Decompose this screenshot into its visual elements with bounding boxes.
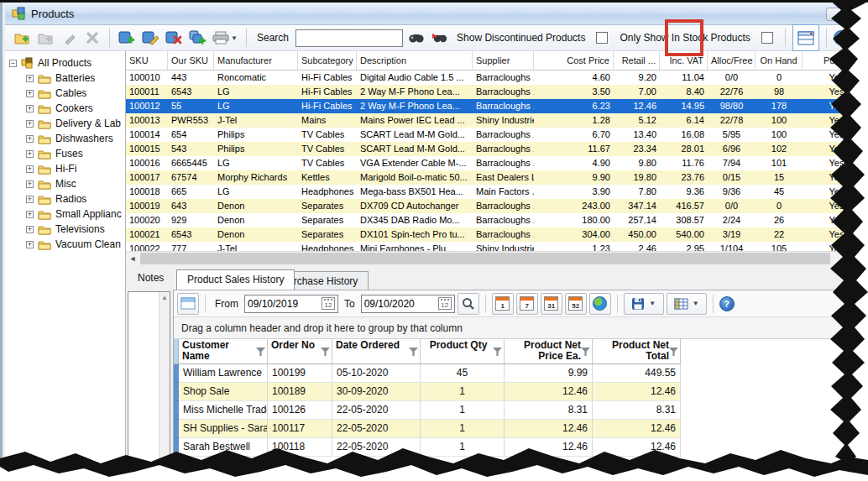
calendar-picker-icon[interactable]: 12 [322, 297, 335, 310]
sales-row-100118[interactable]: Sarah Bestwell10011822-05-2020112.4612.4… [174, 438, 868, 457]
only-in-stock-checkbox[interactable] [761, 32, 773, 44]
column-header-product-net-total[interactable]: Product Net Total [593, 339, 681, 363]
quick-range-7-button[interactable]: 7 [516, 293, 538, 315]
product-row-100014[interactable]: 100014654PhilipsTV CablesSCART Lead M-M … [126, 128, 868, 142]
horizontal-scrollbar[interactable]: ◄ [126, 251, 868, 264]
scrollbar-up-arrow[interactable]: ▲ [159, 292, 170, 304]
tab-product-sales-history[interactable]: Product Sales History [176, 269, 295, 290]
window-control-button[interactable] [826, 8, 850, 21]
tree-item-dishwashers[interactable]: +Dishwashers [5, 131, 125, 146]
expand-expander-icon[interactable]: + [26, 90, 34, 97]
product-row-100013[interactable]: 100013PWR553J-TelMainsMains Power IEC Le… [126, 113, 868, 128]
notes-scrollbar[interactable]: ▲ [159, 292, 170, 480]
column-header-manufacturer[interactable]: Manufacturer [214, 51, 298, 70]
help-icon[interactable]: ? [719, 296, 735, 311]
save-split-button[interactable]: ▼ [624, 293, 664, 315]
column-header-description[interactable]: Description [357, 51, 473, 70]
tree-item-small-applianc[interactable]: +Small Applianc [5, 207, 125, 222]
expand-expander-icon[interactable]: + [26, 165, 34, 173]
expand-expander-icon[interactable]: + [26, 135, 34, 143]
product-row-100022[interactable]: 100022777J-TelHeadphonesMini Earphones -… [126, 242, 868, 251]
column-header-date-ordered[interactable]: Date Ordered [332, 339, 421, 363]
tree-item-fuses[interactable]: +Fuses [5, 146, 125, 161]
collapse-expander-icon[interactable]: − [9, 60, 17, 67]
tree-item-radios[interactable]: +Radios [5, 191, 125, 207]
product-row-100018[interactable]: 100018665LGHeadphonesMega-bass BX501 Hea… [126, 185, 868, 199]
product-row-100021[interactable]: 1000216543DenonSeparatesDX101 Spin-tech … [126, 227, 868, 242]
calendar-picker-icon[interactable]: 12 [438, 297, 452, 310]
column-header-order-no[interactable]: Order No [268, 339, 332, 363]
filter-funnel-icon[interactable] [321, 348, 330, 356]
print-button[interactable]: ▼ [211, 28, 239, 48]
edit-category-button-disabled[interactable] [59, 28, 79, 48]
column-header-customer-name[interactable]: Customer Name [179, 339, 268, 363]
filter-funnel-icon[interactable] [493, 348, 502, 356]
add-product-button[interactable] [117, 28, 137, 48]
quick-range-31-button[interactable]: 31 [541, 293, 562, 315]
group-by-bar[interactable]: Drag a column header and drop it here to… [174, 317, 868, 339]
product-row-100015[interactable]: 100015543PhilipsTV CablesSCART Lead M-M … [126, 142, 868, 156]
scrollbar-thumb[interactable] [140, 253, 830, 264]
to-date-field[interactable]: 09/10/2020 12 [361, 295, 455, 313]
filter-funnel-icon[interactable] [669, 348, 678, 356]
add-subcategory-button-disabled[interactable] [35, 28, 55, 48]
expand-expander-icon[interactable]: + [26, 180, 34, 188]
expand-expander-icon[interactable]: + [26, 196, 34, 203]
expand-expander-icon[interactable]: + [26, 75, 34, 82]
expand-expander-icon[interactable]: + [26, 226, 34, 233]
tree-item-misc[interactable]: +Misc [5, 176, 125, 191]
add-category-button[interactable] [12, 28, 32, 48]
expand-expander-icon[interactable]: + [26, 120, 34, 128]
expand-expander-icon[interactable]: + [26, 150, 34, 158]
scrollbar-left-arrow[interactable]: ◄ [126, 252, 139, 265]
product-row-100020[interactable]: 100020929DenonSeparatesDX345 DAB Radio M… [126, 213, 868, 227]
tree-item-hi-fi[interactable]: +Hi-Fi [5, 161, 125, 176]
toggle-panel-button[interactable] [177, 293, 199, 315]
web-report-button[interactable] [589, 293, 611, 315]
tree-item-cookers[interactable]: +Cookers [5, 101, 125, 116]
columns-split-button[interactable]: ▼ [667, 293, 707, 315]
expand-expander-icon[interactable]: + [26, 211, 34, 218]
copy-product-button[interactable] [187, 28, 207, 48]
tree-item-televisions[interactable]: +Televisions [5, 222, 125, 237]
print-dropdown-caret[interactable]: ▼ [231, 34, 238, 42]
show-discontinued-checkbox[interactable] [596, 32, 608, 44]
tree-item-delivery-lab[interactable]: +Delivery & Lab [5, 116, 125, 131]
notes-textarea[interactable]: ▲ [128, 291, 170, 481]
columns-dropdown-caret[interactable]: ▼ [693, 300, 699, 307]
delete-category-button-disabled[interactable] [82, 28, 102, 48]
notes-panel-caption[interactable]: Notes [138, 272, 164, 284]
expand-expander-icon[interactable]: + [26, 241, 34, 248]
column-header-alloc-free[interactable]: Alloc/Free [708, 51, 756, 70]
column-header-product-net-price-ea-[interactable]: Product Net Price Ea. [505, 339, 593, 363]
delete-product-button[interactable] [164, 28, 184, 48]
product-row-100016[interactable]: 1000166665445LGTV CablesVGA Extender Cab… [126, 156, 868, 170]
column-header-publis[interactable]: Publis [803, 51, 868, 70]
search-input[interactable] [295, 29, 403, 47]
save-dropdown-caret[interactable]: ▼ [649, 300, 656, 307]
column-header-inc-vat[interactable]: Inc. VAT [660, 51, 708, 70]
product-row-100010[interactable]: 100010443RoncomaticHi-Fi CablesDigital A… [126, 71, 868, 85]
sales-row-100126[interactable]: Miss Michelle Trade10012622-05-202018.31… [174, 401, 868, 420]
search-range-button[interactable] [458, 293, 479, 315]
filter-funnel-icon[interactable] [581, 348, 590, 356]
column-header-our-sku[interactable]: Our SKU [168, 51, 214, 70]
column-header-product-qty[interactable]: Product Qty [421, 339, 505, 363]
expand-expander-icon[interactable]: + [26, 105, 34, 112]
quick-range-1-button[interactable]: 1 [492, 293, 514, 315]
product-row-100012[interactable]: 10001255LGHi-Fi Cables2 Way M-F Phono Le… [126, 99, 868, 113]
edit-product-button[interactable] [140, 28, 160, 48]
help-icon[interactable]: ? [834, 30, 849, 45]
sales-row-100199[interactable]: William Lawrence10019905-10-2020459.9944… [174, 364, 868, 383]
column-header-on-hand[interactable]: On Hand [756, 51, 803, 70]
split-view-toggle-button[interactable] [792, 24, 819, 51]
tree-item-all-products[interactable]: − All Products [5, 55, 125, 71]
column-header-supplier[interactable]: Supplier [473, 51, 534, 70]
product-row-100011[interactable]: 1000116543LGHi-Fi Cables2 Way M-F Phono … [126, 85, 868, 99]
find-binoculars-icon[interactable] [406, 28, 426, 48]
tree-item-cables[interactable]: +Cables [5, 86, 125, 101]
column-header-subcategory[interactable]: Subcategory [298, 51, 357, 70]
column-header-retail-[interactable]: Retail ... [614, 51, 660, 70]
product-row-100019[interactable]: 100019643DenonSeparatesDX709 CD Autochan… [126, 199, 868, 213]
column-header-sku[interactable]: SKU [126, 51, 168, 70]
